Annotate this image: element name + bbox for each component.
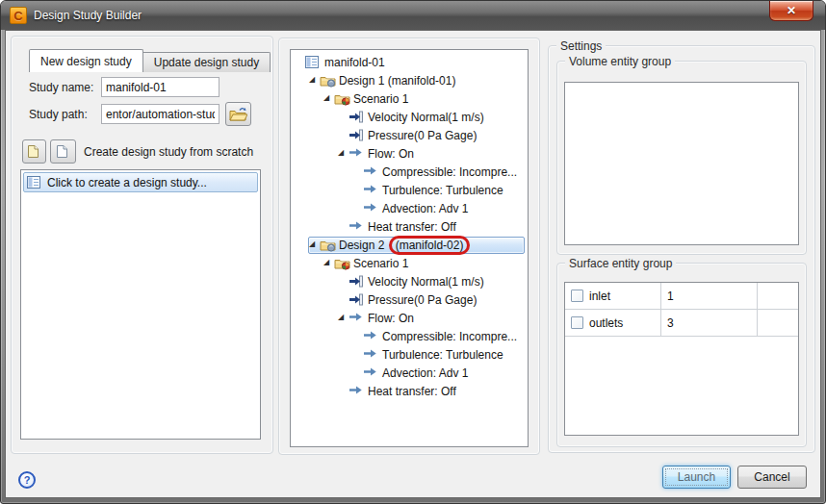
surface-entity-row[interactable]: outlets3 [565, 310, 798, 337]
surface-entity-count[interactable]: 1 [661, 283, 758, 309]
folder-scenario-icon [334, 92, 351, 106]
tree-item-label: Flow: On [368, 312, 414, 325]
bc-icon [348, 275, 366, 289]
expander-icon[interactable]: ◢ [323, 259, 334, 266]
bc-icon [348, 111, 366, 124]
surface-entity-group-label: Surface entity group [565, 257, 676, 270]
tree-item[interactable]: Velocity Normal(1 m/s) [291, 272, 528, 290]
folder-design-icon [320, 74, 337, 88]
tree-item[interactable]: Compressible: Incompre... [291, 327, 528, 345]
tree-item-label: Design 2 (manifold-02) [339, 239, 470, 252]
title-bar[interactable]: C Design Study Builder [1, 1, 825, 30]
study-path-input[interactable] [101, 104, 219, 124]
design-study-tree[interactable]: manifold-01◢Design 1 (manifold-01)◢Scena… [290, 49, 529, 447]
app-logo-icon: C [10, 7, 27, 24]
tree-item-label: Velocity Normal(1 m/s) [368, 111, 484, 124]
dialog-client-area: New design studyUpdate design study Stud… [5, 30, 821, 498]
settings-title: Settings [556, 39, 606, 53]
cancel-button[interactable]: Cancel [737, 466, 807, 489]
arrow-icon [348, 312, 366, 325]
new-study-document-button[interactable] [22, 139, 46, 164]
help-button[interactable]: ? [18, 471, 36, 489]
window-title: Design Study Builder [34, 9, 142, 22]
study-name-input[interactable] [101, 77, 219, 97]
close-icon: ✕ [787, 4, 796, 17]
folder-design-icon [320, 239, 337, 252]
tree-item[interactable]: Turbulence: Turbulence [291, 345, 528, 364]
tab-new-design-study[interactable]: New design study [29, 49, 143, 72]
red-annotation-highlight: (manifold-02) [389, 236, 471, 255]
create-design-study-list-item[interactable]: Click to create a design study... [23, 172, 258, 192]
tree-item-label: Pressure(0 Pa Gage) [368, 129, 477, 142]
study-list[interactable]: Click to create a design study... [20, 169, 261, 440]
open-folder-icon [228, 107, 247, 122]
tree-item[interactable]: Compressible: Incompre... [291, 163, 528, 181]
tree-item[interactable]: Advection: Adv 1 [291, 199, 528, 217]
arrow-icon [363, 165, 380, 179]
tree-item[interactable]: ◢Scenario 1 [291, 254, 528, 272]
list-item-label: Click to create a design study... [47, 176, 207, 189]
surface-entity-count[interactable]: 3 [661, 310, 758, 336]
tree-item[interactable]: ◢Design 1 (manifold-01) [291, 71, 528, 89]
arrow-icon [363, 366, 380, 380]
blank-document-icon [56, 144, 68, 159]
surface-entity-name: inlet [589, 290, 610, 303]
launch-button[interactable]: Launch [662, 466, 731, 489]
expander-icon[interactable]: ◢ [338, 149, 348, 157]
tree-item[interactable]: Heat transfer: Off [291, 217, 528, 236]
surface-entity-checkbox[interactable] [571, 290, 583, 302]
folder-scenario-icon [334, 257, 351, 270]
browse-path-button[interactable] [225, 102, 251, 126]
bc-icon [348, 293, 366, 307]
tab-update-design-study[interactable]: Update design study [143, 52, 271, 72]
tree-item[interactable]: Advection: Adv 1 [291, 364, 528, 382]
surface-entity-row[interactable]: inlet1 [565, 283, 798, 310]
close-button[interactable]: ✕ [769, 1, 813, 21]
expander-icon[interactable]: ◢ [338, 314, 348, 321]
volume-entity-list[interactable] [564, 82, 799, 245]
tree-item-label: Advection: Adv 1 [382, 202, 468, 215]
tree-item-label: Compressible: Incompre... [382, 165, 517, 179]
surface-entity-extra-cell [758, 283, 798, 309]
tree-item[interactable]: ◢Scenario 1 [291, 89, 528, 108]
expander-icon[interactable]: ◢ [309, 76, 320, 84]
tree-item-label: Heat transfer: Off [368, 385, 456, 398]
arrow-icon [348, 147, 366, 161]
create-from-scratch-label: Create design study from scratch [84, 145, 253, 159]
help-icon: ? [24, 474, 31, 486]
volume-entity-group-label: Volume entity group [565, 55, 675, 68]
tree-item-label: Heat transfer: Off [368, 220, 456, 234]
tree-item[interactable]: Turbulence: Turbulence [291, 181, 528, 199]
tree-item[interactable]: Pressure(0 Pa Gage) [291, 290, 528, 309]
tree-item-label: Scenario 1 [353, 257, 408, 270]
tree-item[interactable]: Heat transfer: Off [291, 382, 528, 400]
arrow-icon [363, 184, 380, 197]
study-name-label: Study name: [29, 81, 93, 94]
design-study-builder-dialog: C Design Study Builder ✕ New design stud… [0, 0, 826, 504]
new-document-icon [27, 144, 39, 159]
study-path-label: Study path: [29, 108, 88, 121]
tree-item-label: manifold-01 [324, 56, 385, 69]
expander-icon[interactable]: ◢ [323, 94, 334, 102]
surface-entity-extra-cell [758, 310, 798, 336]
tree-item-label: Turbulence: Turbulence [382, 184, 503, 197]
tree-item[interactable]: ◢Flow: On [291, 144, 528, 163]
tree-item-label: Advection: Adv 1 [382, 366, 468, 380]
tree-item[interactable]: ◢Design 2 (manifold-02) [291, 236, 528, 254]
surface-entity-table[interactable]: inlet1outlets3 [564, 282, 799, 436]
tree-item[interactable]: Velocity Normal(1 m/s) [291, 108, 528, 126]
tree-item-label: Pressure(0 Pa Gage) [368, 293, 477, 307]
surface-entity-name: outlets [589, 316, 623, 330]
table-icon [305, 56, 323, 69]
blank-study-document-button[interactable] [50, 139, 76, 164]
design-study-table-icon [27, 176, 40, 189]
tree-item[interactable]: manifold-01 [291, 53, 528, 71]
arrow-icon [363, 202, 380, 215]
tree-item[interactable]: ◢Flow: On [291, 309, 528, 327]
arrow-icon [348, 220, 366, 234]
arrow-icon [363, 330, 380, 343]
expander-icon[interactable]: ◢ [309, 240, 320, 248]
tree-item[interactable]: Pressure(0 Pa Gage) [291, 126, 528, 144]
tree-item-label: Scenario 1 [353, 92, 408, 106]
surface-entity-checkbox[interactable] [571, 316, 583, 329]
